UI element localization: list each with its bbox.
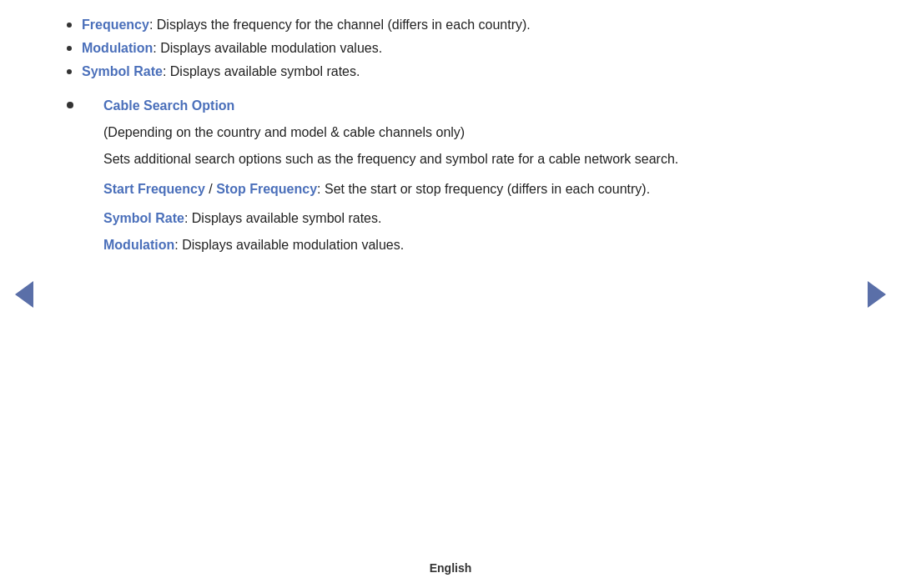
bullet-dot-symbol-rate [67, 69, 72, 74]
cable-search-block: Cable Search Option (Depending on the co… [103, 95, 834, 264]
symbol-rate-text: Symbol Rate: Displays available symbol r… [82, 62, 360, 83]
symbol-rate-term: Symbol Rate [82, 64, 163, 78]
content-area: Frequency: Displays the frequency for th… [0, 0, 901, 553]
freq-description: : Set the start or stop frequency (diffe… [317, 182, 650, 196]
bullet-dot-modulation [67, 46, 72, 51]
frequency-term: Frequency [82, 18, 149, 32]
cable-search-description: Sets additional search options such as t… [103, 152, 678, 166]
symbol-rate-term2: Symbol Rate [103, 211, 184, 225]
nav-arrow-left[interactable] [15, 281, 33, 308]
list-item-symbol-rate: Symbol Rate: Displays available symbol r… [67, 62, 834, 83]
frequency-desc: : Displays the frequency for the channel… [149, 18, 531, 32]
modulation-term: Modulation [82, 41, 153, 55]
start-frequency-term: Start Frequency [103, 182, 205, 196]
modulation-description: : Displays available modulation values. [174, 238, 404, 252]
top-sub-items: Frequency: Displays the frequency for th… [67, 15, 834, 87]
modulation-para: Modulation: Displays available modulatio… [103, 234, 834, 256]
freq-separator: / [205, 182, 216, 196]
cable-search-title-line: Cable Search Option [103, 95, 834, 117]
list-item-modulation: Modulation: Displays available modulatio… [67, 38, 834, 59]
cable-search-title: Cable Search Option [103, 98, 234, 113]
list-item-frequency: Frequency: Displays the frequency for th… [67, 15, 834, 36]
page-container: Frequency: Displays the frequency for th… [0, 0, 901, 588]
symbol-rate-desc: : Displays available symbol rates. [163, 64, 360, 78]
nav-arrow-right[interactable] [868, 281, 886, 308]
top-sub-bullet-list: Frequency: Displays the frequency for th… [67, 15, 834, 82]
list-item-cable-search: Cable Search Option (Depending on the co… [67, 95, 834, 264]
cable-search-note-para: (Depending on the country and model & ca… [103, 122, 834, 143]
symbol-rate-para: Symbol Rate: Displays available symbol r… [103, 208, 834, 229]
stop-frequency-term: Stop Frequency [216, 182, 317, 196]
bullet-dot-cable-search [67, 102, 73, 108]
footer: English [0, 553, 901, 588]
frequency-text: Frequency: Displays the frequency for th… [82, 15, 531, 36]
footer-language: English [430, 561, 472, 575]
cable-search-desc-para: Sets additional search options such as t… [103, 148, 834, 170]
main-bullet-list: Cable Search Option (Depending on the co… [67, 95, 834, 268]
modulation-desc: : Displays available modulation values. [153, 41, 382, 55]
modulation-text: Modulation: Displays available modulatio… [82, 38, 382, 59]
bullet-dot-frequency [67, 23, 72, 28]
modulation-term2: Modulation [103, 238, 174, 252]
freq-para: Start Frequency / Stop Frequency: Set th… [103, 178, 834, 200]
cable-search-note: (Depending on the country and model & ca… [103, 125, 465, 139]
symbol-rate-description: : Displays available symbol rates. [184, 211, 382, 225]
